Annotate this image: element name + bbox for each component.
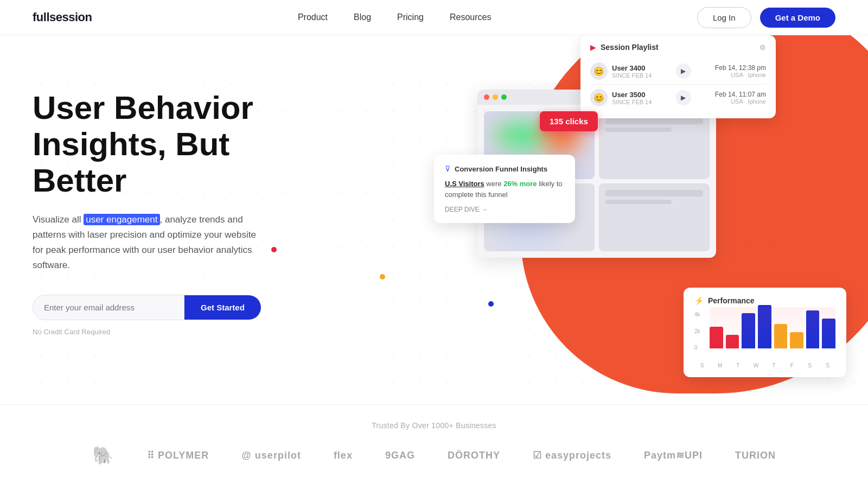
userpilot-logo: @ userpilot (241, 450, 301, 461)
user-avatar-1: 😊 (590, 62, 608, 80)
clicks-badge: 135 clicks (540, 111, 598, 131)
highlight-text: user engagement (84, 214, 159, 225)
performance-title: Performance (708, 296, 755, 305)
login-button[interactable]: Log In (697, 7, 751, 28)
performance-icon: ⚡ (694, 296, 704, 305)
session-user-row-1: 😊 User 3400 SINCE FEB 14 ▶ Feb 14, 12:38… (590, 58, 766, 85)
mock-cell-4 (599, 183, 710, 251)
email-form: Get Started (33, 295, 315, 320)
x-label-5: F (786, 363, 798, 368)
no-credit-card-label: No Credit Card Required (33, 328, 315, 336)
brand-logo[interactable]: fullsession (33, 10, 92, 24)
funnel-icon: ⊽ (445, 164, 450, 173)
funnel-text: U.S Visitors were 26% more likely to com… (445, 179, 564, 200)
mock-cell-2 (599, 111, 710, 179)
user-name-2: User 3500 (612, 91, 652, 99)
performance-chart: 4k 2k 0 (694, 312, 835, 360)
navbar: fullsession Product Blog Pricing Resourc… (0, 0, 868, 35)
perf-card-header: ⚡ Performance (694, 296, 835, 305)
y-axis: 4k 2k 0 (694, 312, 700, 351)
y-label-4k: 4k (694, 312, 700, 317)
session-card-header: ▶ Session Playlist ⚙ (590, 43, 766, 52)
polymer-logo: ⠿ POLYMER (147, 449, 209, 461)
x-label-3: W (750, 363, 762, 368)
session-meta-1: Feb 14, 12:38 pm USA Iphone (715, 64, 766, 78)
session-card-more: ⚙ (760, 43, 766, 52)
hero-description: Visualize all user engagement, analyze t… (33, 212, 260, 273)
user-info-1: User 3400 SINCE FEB 14 (612, 64, 652, 79)
play-button-2[interactable]: ▶ (676, 90, 691, 105)
session-date-2: Feb 14, 11:07 am (715, 91, 766, 98)
nav-links: Product Blog Pricing Resources (298, 12, 492, 22)
user-since-1: SINCE FEB 14 (612, 72, 652, 79)
session-country-2: USA Iphone (715, 98, 766, 105)
email-input[interactable] (33, 295, 184, 320)
nav-resources[interactable]: Resources (450, 12, 491, 22)
user-since-2: SINCE FEB 14 (612, 99, 652, 105)
nav-blog[interactable]: Blog (354, 12, 371, 22)
placeholder-2 (605, 128, 672, 132)
session-user-1: 😊 User 3400 SINCE FEB 14 (590, 62, 652, 80)
x-label-7: S (822, 363, 834, 368)
funnel-card-header: ⊽ Conversion Funnel Insights (445, 164, 564, 173)
hero-title: User Behavior Insights, But Better (33, 90, 315, 199)
9gag-logo: 9GAG (385, 450, 415, 461)
turion-logo: TURION (735, 450, 776, 461)
paytm-logo: Paytm≋UPI (644, 449, 703, 461)
scatter-dot-orange (380, 274, 385, 279)
placeholder-3 (605, 190, 703, 196)
session-card-title: Session Playlist (601, 43, 755, 52)
hero-right-mockup: ▶ Session Playlist ⚙ 😊 User 3400 SINCE F… (434, 46, 846, 383)
browser-dot-yellow (493, 94, 498, 100)
user-avatar-2: 😊 (590, 89, 608, 106)
hero-left: User Behavior Insights, But Better Visua… (33, 79, 315, 336)
performance-card: ⚡ Performance 4k 2k 0 SMTWTFSS (684, 288, 846, 377)
get-demo-button[interactable]: Get a Demo (760, 8, 835, 28)
chart-bg (710, 307, 835, 351)
placeholder-1 (605, 118, 703, 124)
funnel-card: ⊽ Conversion Funnel Insights U.S Visitor… (434, 155, 575, 223)
session-playlist-card: ▶ Session Playlist ⚙ 😊 User 3400 SINCE F… (580, 35, 776, 118)
user-info-2: User 3500 SINCE FEB 14 (612, 91, 652, 105)
user-name-1: User 3400 (612, 64, 652, 72)
nav-pricing[interactable]: Pricing (397, 12, 424, 22)
browser-dot-red (484, 94, 489, 100)
session-date-1: Feb 14, 12:38 pm (715, 64, 766, 72)
flex-logo: flex (334, 450, 353, 461)
nav-actions: Log In Get a Demo (697, 7, 835, 28)
y-label-0: 0 (694, 345, 700, 351)
session-icon: ▶ (590, 43, 596, 52)
elephant-logo: 🐘 (92, 445, 114, 466)
funnel-title: Conversion Funnel Insights (455, 165, 547, 173)
funnel-link[interactable]: DEEP DIVE → (445, 206, 564, 213)
session-meta-2: Feb 14, 11:07 am USA Iphone (715, 91, 766, 105)
logos-row: 🐘⠿ POLYMER@ userpilotflex9GAGDÖROTHY☑ ea… (0, 445, 868, 466)
dorothy-logo: DÖROTHY (448, 450, 500, 461)
get-started-button[interactable]: Get Started (184, 295, 261, 320)
nav-product[interactable]: Product (298, 12, 328, 22)
x-label-6: S (804, 363, 816, 368)
play-button-1[interactable]: ▶ (676, 63, 691, 79)
session-user-2: 😊 User 3500 SINCE FEB 14 (590, 89, 652, 106)
trusted-title: Trusted By Over 1000+ Businesses (0, 421, 868, 430)
trusted-section: Trusted By Over 1000+ Businesses 🐘⠿ POLY… (0, 404, 868, 479)
y-label-2k: 2k (694, 328, 700, 334)
x-label-0: S (696, 363, 708, 368)
placeholder-4 (605, 200, 672, 204)
x-label-4: T (768, 363, 780, 368)
x-label-1: M (714, 363, 726, 368)
easyprojects-logo: ☑ easyprojects (533, 449, 611, 461)
x-label-2: T (732, 363, 744, 368)
chart-x-labels: SMTWTFSS (694, 363, 835, 368)
hero-section: User Behavior Insights, But Better Visua… (0, 35, 868, 404)
session-user-row-2: 😊 User 3500 SINCE FEB 14 ▶ Feb 14, 11:07… (590, 85, 766, 111)
session-country-1: USA Iphone (715, 72, 766, 78)
browser-dot-green (501, 94, 507, 100)
